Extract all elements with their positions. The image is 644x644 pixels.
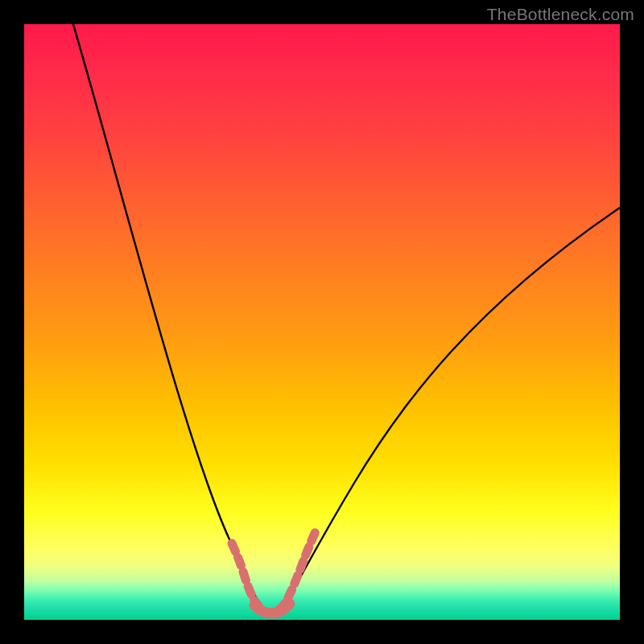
bottleneck-curve-right — [283, 208, 620, 605]
chart-svg — [24, 24, 620, 620]
bottleneck-curve-left — [71, 24, 262, 605]
notch-chain — [232, 531, 316, 613]
chart-plot-area — [24, 24, 620, 620]
watermark-text: TheBottleneck.com — [487, 5, 634, 24]
notch-chain-bottom — [254, 604, 290, 613]
